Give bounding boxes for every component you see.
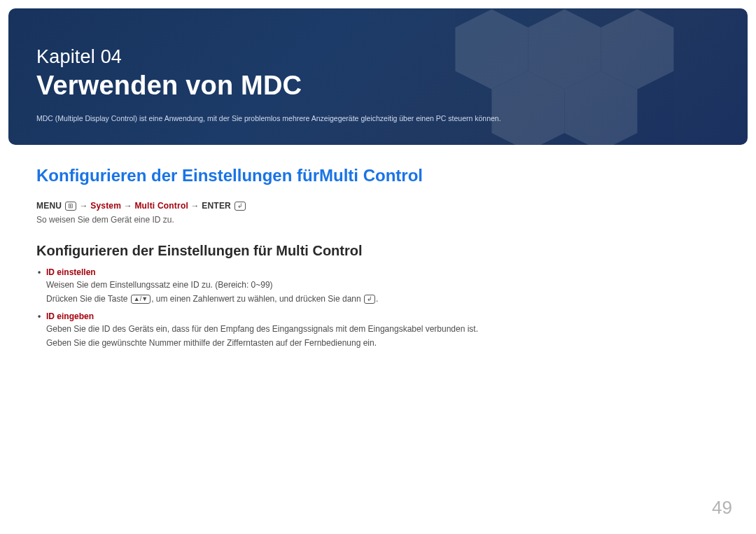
chapter-title: Verwenden von MDC bbox=[36, 71, 720, 101]
item-label-id-einstellen: • ID einstellen bbox=[46, 267, 720, 277]
chapter-label: Kapitel 04 bbox=[36, 46, 720, 68]
nav-multi-control-label: Multi Control bbox=[134, 201, 188, 211]
item-label-text: ID eingeben bbox=[46, 311, 94, 321]
enter-key-icon: ↲ bbox=[364, 295, 375, 304]
section-heading: Konfigurieren der Einstellungen fürMulti… bbox=[36, 166, 720, 185]
item-text-with-keys: Drücken Sie die Taste ▲/▼, um einen Zahl… bbox=[46, 293, 720, 306]
section-intro: So weisen Sie dem Gerät eine ID zu. bbox=[36, 215, 720, 225]
item-text: Weisen Sie dem Einstellungssatz eine ID … bbox=[46, 279, 720, 292]
nav-arrow: → bbox=[79, 201, 88, 211]
key-line-prefix: Drücken Sie die Taste bbox=[46, 294, 130, 304]
section-subheading: Konfigurieren der Einstellungen für Mult… bbox=[36, 243, 720, 259]
item-list: • ID einstellen Weisen Sie dem Einstellu… bbox=[36, 267, 720, 350]
item-label-text: ID einstellen bbox=[46, 267, 96, 277]
list-item: • ID eingeben Geben Sie die ID des Gerät… bbox=[46, 311, 720, 350]
page-content: Konfigurieren der Einstellungen fürMulti… bbox=[8, 145, 748, 350]
chapter-hero: Kapitel 04 Verwenden von MDC MDC (Multip… bbox=[8, 8, 748, 145]
nav-enter-label: ENTER bbox=[202, 201, 231, 211]
page-number: 49 bbox=[712, 497, 732, 519]
bullet-icon: • bbox=[38, 267, 41, 277]
bullet-icon: • bbox=[38, 311, 41, 321]
item-text: Geben Sie die gewünschte Nummer mithilfe… bbox=[46, 337, 720, 350]
nav-system-label: System bbox=[90, 201, 121, 211]
menu-icon: ⊞ bbox=[65, 202, 76, 211]
chapter-description: MDC (Multiple Display Control) ist eine … bbox=[36, 113, 720, 124]
list-item: • ID einstellen Weisen Sie dem Einstellu… bbox=[46, 267, 720, 306]
nav-menu-label: MENU bbox=[36, 201, 62, 211]
up-down-key-icon: ▲/▼ bbox=[131, 295, 150, 304]
key-line-suffix: . bbox=[376, 294, 378, 304]
menu-navigation-path: MENU ⊞ → System → Multi Control → ENTER … bbox=[36, 201, 720, 211]
enter-icon: ↲ bbox=[234, 202, 246, 211]
nav-arrow: → bbox=[124, 201, 132, 211]
item-text: Geben Sie die ID des Geräts ein, dass fü… bbox=[46, 323, 720, 336]
nav-arrow: → bbox=[191, 201, 200, 211]
key-line-middle: , um einen Zahlenwert zu wählen, und drü… bbox=[151, 294, 363, 304]
item-label-id-eingeben: • ID eingeben bbox=[46, 311, 720, 321]
